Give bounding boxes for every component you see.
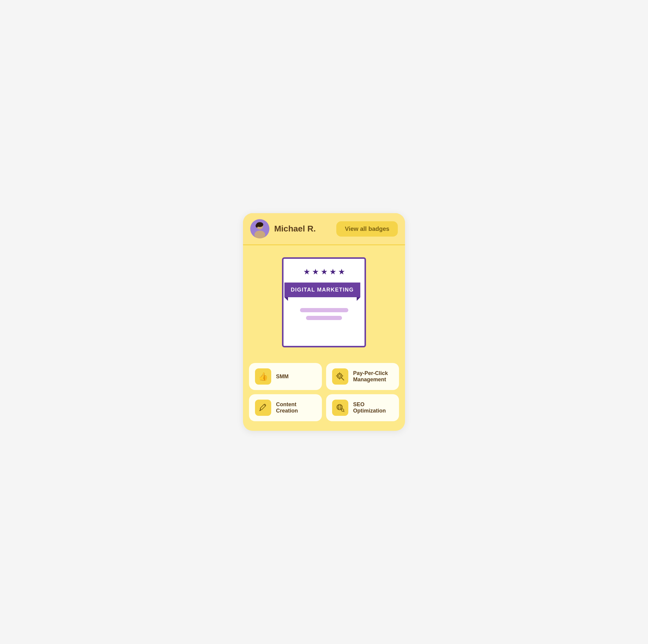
user-info: Michael R. [250, 219, 316, 238]
svg-line-10 [341, 378, 344, 380]
card-header: Michael R. View all badges [243, 213, 405, 245]
seo-icon [332, 400, 348, 416]
svg-point-5 [338, 375, 341, 377]
svg-point-3 [256, 224, 258, 228]
ppc-icon [332, 368, 348, 385]
content-icon [255, 400, 271, 416]
star-1: ★ [303, 267, 310, 277]
star-4: ★ [329, 267, 336, 277]
ppc-label: Pay-Per-Click Management [353, 370, 393, 383]
star-3: ★ [321, 267, 328, 277]
svg-point-1 [254, 231, 265, 238]
star-5: ★ [338, 267, 345, 277]
skill-smm: 👍 SMM [249, 363, 322, 390]
user-name: Michael R. [274, 224, 316, 234]
certificate-card: ★ ★ ★ ★ ★ DIGITAL MARKETING [282, 257, 366, 347]
seo-label: SEO Optimization [353, 401, 393, 414]
view-all-badges-button[interactable]: View all badges [336, 221, 398, 237]
cert-lines [289, 308, 359, 320]
cert-line-2 [306, 316, 342, 320]
skills-grid: 👍 SMM Pay-Per-Click Management [243, 363, 405, 421]
badge-ribbon: DIGITAL MARKETING [284, 283, 360, 297]
skill-ppc: Pay-Per-Click Management [326, 363, 399, 390]
smm-icon: 👍 [255, 368, 271, 385]
smm-label: SMM [276, 374, 288, 380]
profile-card: Michael R. View all badges ★ ★ ★ ★ ★ DIG… [243, 213, 405, 431]
badge-visual: ★ ★ ★ ★ ★ DIGITAL MARKETING [279, 257, 369, 353]
skill-seo: SEO Optimization [326, 394, 399, 421]
badge-title: DIGITAL MARKETING [291, 287, 354, 293]
skill-content: Content Creation [249, 394, 322, 421]
badge-area: ★ ★ ★ ★ ★ DIGITAL MARKETING [243, 245, 405, 363]
cert-line-1 [300, 308, 348, 312]
svg-line-17 [343, 411, 344, 412]
stars-row: ★ ★ ★ ★ ★ [303, 267, 345, 277]
content-label: Content Creation [276, 401, 316, 414]
avatar [250, 219, 269, 238]
star-2: ★ [312, 267, 319, 277]
